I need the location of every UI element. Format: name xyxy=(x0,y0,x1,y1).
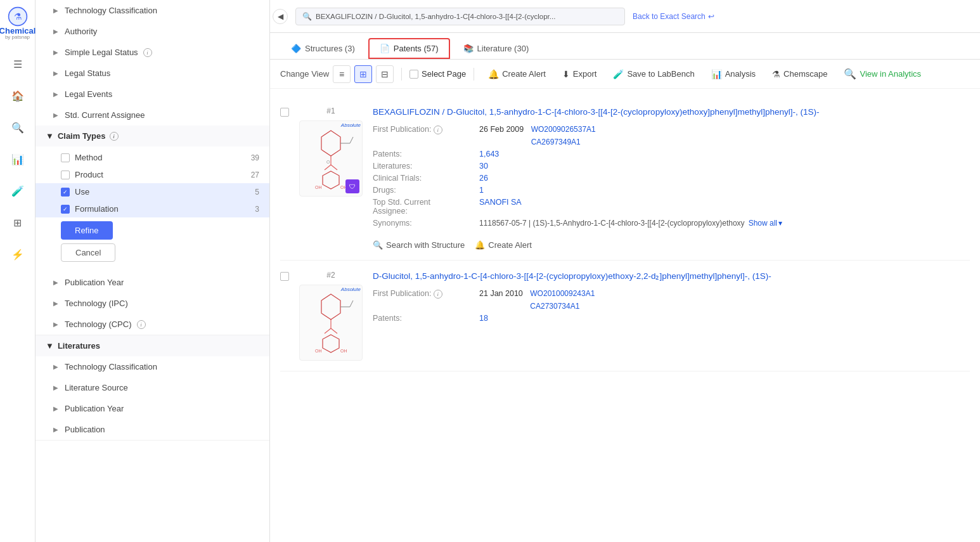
sidebar-item-std-assignee[interactable]: ▶ Std. Current Assignee xyxy=(35,105,269,126)
clinical-trials-link-1[interactable]: 26 xyxy=(479,174,488,183)
sidebar-item-claim-types[interactable]: ▼ Claim Types i xyxy=(35,126,269,146)
pub-id-1-2[interactable]: CA2697349A1 xyxy=(531,138,596,146)
patents-label-1: Patents: xyxy=(373,150,474,158)
result-1-image: Absolute xyxy=(299,120,363,197)
chemscape-btn[interactable]: ⚗ Chemscape xyxy=(766,66,834,82)
export-icon: ⬇ xyxy=(562,69,570,79)
tab-patents[interactable]: 📄 Patents (57) xyxy=(368,38,450,59)
info-icon-claim-types[interactable]: i xyxy=(110,132,119,141)
show-all-btn-1[interactable]: Show all ▾ xyxy=(749,219,782,228)
analysis-label: Analysis xyxy=(725,69,756,79)
arrow-icon: ▶ xyxy=(53,7,58,14)
sidebar-item-legal-status[interactable]: ▶ Legal Status xyxy=(35,63,269,84)
nav-grid-btn[interactable]: ⊞ xyxy=(8,212,28,233)
nav-chart-btn[interactable]: 📊 xyxy=(8,149,28,169)
collapse-sidebar-btn[interactable]: ◀ xyxy=(273,9,288,24)
checkbox-product[interactable] xyxy=(61,171,70,179)
result-1-title[interactable]: BEXAGLIFLOZIN / D-Glucitol, 1,5-anhydro-… xyxy=(373,106,970,119)
sidebar-item-authority[interactable]: ▶ Authority xyxy=(35,21,269,42)
info-icon-simple-legal[interactable]: i xyxy=(143,48,152,57)
save-labBench-btn[interactable]: 🧪 Save to LabBench xyxy=(607,66,700,82)
claim-type-method[interactable]: Method 39 xyxy=(35,149,269,166)
result-card-1: #1 Absolute xyxy=(280,96,970,261)
sidebar-item-publication-lit[interactable]: ▶ Publication xyxy=(35,419,269,440)
shield-icon-1: 🛡 xyxy=(345,179,359,193)
checkbox-use[interactable] xyxy=(61,188,70,197)
info-icon-pub-2[interactable]: i xyxy=(434,290,442,299)
assignee-link-1[interactable]: SANOFI SA xyxy=(479,198,522,207)
back-to-exact-search-link[interactable]: Back to Exact Search ↩ xyxy=(633,12,714,21)
claim-type-label-formulation: Formulation xyxy=(75,204,119,214)
view-card-btn[interactable]: ⊟ xyxy=(376,65,394,83)
analysis-btn[interactable]: 📊 Analysis xyxy=(705,66,762,82)
drugs-link-1[interactable]: 1 xyxy=(479,186,484,195)
export-btn[interactable]: ⬇ Export xyxy=(556,66,603,82)
sidebar-item-literature-source[interactable]: ▶ Literature Source xyxy=(35,377,269,398)
claim-type-formulation[interactable]: ➔ Formulation 3 xyxy=(35,200,269,217)
tab-literature[interactable]: 📚 Literature (30) xyxy=(453,39,540,58)
claim-type-count-product: 27 xyxy=(251,171,259,179)
result-1-content: BEXAGLIFLOZIN / D-Glucitol, 1,5-anhydro-… xyxy=(373,106,970,250)
sidebar-item-simple-legal[interactable]: ▶ Simple Legal Status i xyxy=(35,42,269,63)
cancel-button[interactable]: Cancel xyxy=(61,243,115,262)
create-alert-result-btn[interactable]: 🔔 Create Alert xyxy=(475,240,532,250)
view-in-analytics-btn[interactable]: 🔍 View in Analytics xyxy=(837,65,927,83)
sidebar-item-tech-class-lit[interactable]: ▶ Technology Classification xyxy=(35,356,269,377)
sidebar: ▶ Technology Classification ▶ Authority … xyxy=(35,0,270,542)
sidebar-section-top: ▶ Technology Classification ▶ Authority … xyxy=(35,0,269,335)
patents-link-2[interactable]: 18 xyxy=(479,314,488,323)
claim-types-section: Method 39 Product 27 ➔ Use 5 ➔ Formulati… xyxy=(35,146,269,272)
pub-id-2-1[interactable]: WO2010009243A1 xyxy=(530,289,595,298)
select-page-checkbox[interactable] xyxy=(409,70,418,79)
sidebar-label-publication-lit: Publication xyxy=(65,425,105,434)
chevron-down-icon: ▾ xyxy=(778,219,782,228)
search-text: BEXAGLIFLOZIN / D-Glucitol, 1,5-anhydro-… xyxy=(316,13,555,20)
claim-type-use[interactable]: ➔ Use 5 xyxy=(35,183,269,200)
svg-line-5 xyxy=(331,165,337,170)
search-with-structure-btn[interactable]: 🔍 Search with Structure xyxy=(373,240,465,250)
result-2-checkbox-wrap xyxy=(280,272,289,281)
claim-type-count-formulation: 3 xyxy=(255,205,259,214)
info-icon-pub[interactable]: i xyxy=(434,126,442,134)
sidebar-item-literatures[interactable]: ▼ Literatures xyxy=(35,335,269,356)
clinical-trials-label-1: Clinical Trials: xyxy=(373,174,474,183)
select-page-label[interactable]: Select Page xyxy=(409,69,466,79)
view-list-btn[interactable]: ≡ xyxy=(333,65,351,83)
pub-ids-2: WO2010009243A1 CA2730734A1 xyxy=(530,289,595,311)
checkbox-method[interactable] xyxy=(61,153,70,162)
sidebar-item-technology-classification-top[interactable]: ▶ Technology Classification xyxy=(35,0,269,21)
create-alert-btn[interactable]: 🔔 Create Alert xyxy=(482,66,552,82)
result-2-title[interactable]: D-Glucitol, 1,5-anhydro-1-C-[4-chloro-3-… xyxy=(373,271,970,283)
pub-id-1-1[interactable]: WO2009026537A1 xyxy=(531,125,596,134)
tab-patents-label: Patents (57) xyxy=(394,44,439,53)
result-1-checkbox[interactable] xyxy=(280,108,289,117)
result-2-checkbox[interactable] xyxy=(280,272,289,281)
nav-home-btn[interactable]: 🏠 xyxy=(8,86,28,106)
nav-menu-btn[interactable]: ☰ xyxy=(8,54,28,74)
pub-id-2-2[interactable]: CA2730734A1 xyxy=(530,302,595,311)
nav-flask-btn[interactable]: 🧪 xyxy=(8,181,28,201)
sidebar-item-tech-ipc[interactable]: ▶ Technology (IPC) xyxy=(35,293,269,314)
refine-button[interactable]: Refine xyxy=(61,221,113,240)
create-alert-icon: 🔔 xyxy=(488,69,499,79)
sidebar-label-lit-source: Literature Source xyxy=(65,383,128,392)
arrow-down-icon: ▼ xyxy=(46,131,54,141)
info-icon-cpc[interactable]: i xyxy=(137,320,146,329)
patents-link-1[interactable]: 1,643 xyxy=(479,150,499,158)
patents-value-1: 1,643 xyxy=(479,150,970,158)
sidebar-item-pub-year-lit[interactable]: ▶ Publication Year xyxy=(35,398,269,419)
tab-structures[interactable]: 🔷 Structures (3) xyxy=(280,39,366,58)
arrow-icon: ▶ xyxy=(53,49,58,56)
checkbox-formulation[interactable] xyxy=(61,205,70,214)
sidebar-item-tech-cpc[interactable]: ▶ Technology (CPC) i xyxy=(35,314,269,335)
view-grid-btn[interactable]: ⊞ xyxy=(354,65,372,83)
search-structure-label: Search with Structure xyxy=(386,240,465,250)
sidebar-item-pub-year[interactable]: ▶ Publication Year xyxy=(35,272,269,293)
claim-type-product[interactable]: Product 27 xyxy=(35,166,269,183)
nav-search-btn[interactable]: 🔍 xyxy=(8,117,28,138)
nav-filter-btn[interactable]: ⚡ xyxy=(8,244,28,264)
svg-marker-6 xyxy=(323,171,339,189)
search-bar[interactable]: 🔍 BEXAGLIFLOZIN / D-Glucitol, 1,5-anhydr… xyxy=(295,8,625,25)
literatures-link-1[interactable]: 30 xyxy=(479,162,488,171)
sidebar-item-legal-events[interactable]: ▶ Legal Events xyxy=(35,84,269,105)
